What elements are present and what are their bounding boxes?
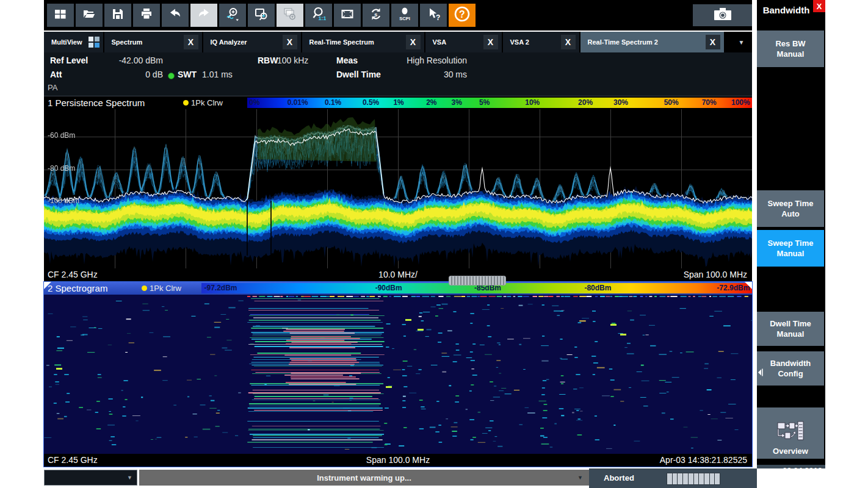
svg-text:?: ?	[436, 13, 440, 21]
softkey-bandwidth-config[interactable]: Bandwidth Config	[757, 351, 824, 386]
status-message-bar[interactable]: Instrument warming up... ▼	[139, 470, 589, 486]
help-button[interactable]: ?	[449, 4, 476, 27]
tab-real-time-spectrum-2[interactable]: Real-Time Spectrum 2 X	[580, 32, 724, 52]
tab-close-icon[interactable]: X	[184, 35, 198, 49]
spectrogram-canvas[interactable]	[44, 295, 752, 454]
scale-tick: 3%	[452, 98, 462, 107]
display-frame-button[interactable]	[334, 4, 361, 27]
timestamp-readout: Apr-03 14:38:21.82525	[660, 455, 747, 465]
softkey-close-button[interactable]: X	[813, 0, 825, 12]
windows-start-button[interactable]	[47, 4, 74, 27]
chevron-down-icon: ▼	[577, 475, 583, 481]
scale-tick: -97.2dBm	[204, 284, 237, 292]
pa-indicator: PA	[48, 83, 57, 92]
zoom-area-button[interactable]	[248, 4, 275, 27]
measurement-status-area: Aborted	[589, 468, 757, 488]
zoom-trace-icon	[225, 7, 240, 24]
center-frequency-readout: CF 2.45 GHz	[48, 455, 98, 465]
softkey-sweep-time-manual[interactable]: Sweep Time Manual	[757, 230, 824, 267]
y-axis-label: -60 dBm	[48, 131, 75, 140]
tab-vsa-2[interactable]: VSA 2 X	[503, 32, 579, 52]
tab-close-icon[interactable]: X	[483, 35, 498, 49]
dwell-time-value[interactable]: 30 ms	[349, 70, 467, 79]
tab-label: Spectrum	[112, 38, 143, 46]
screenshot-button[interactable]	[693, 4, 752, 26]
scpi-icon: SCPI	[397, 6, 413, 24]
persistence-color-scale: 0% 0.01% 0.1% 0.5% 1% 2% 3% 5% 10% 20% 3…	[247, 98, 752, 108]
tab-close-icon[interactable]: X	[706, 35, 720, 49]
status-bar: ▼ Instrument warming up... ▼ Aborted	[0, 468, 868, 488]
window-splitter-handle[interactable]	[449, 276, 506, 285]
undo-button[interactable]	[162, 4, 189, 27]
trace-label[interactable]: 1Pk Clrw	[150, 284, 181, 293]
tab-label: IQ Analyzer	[211, 38, 247, 46]
scale-tick: 70%	[702, 98, 717, 107]
scale-tick: 2%	[426, 98, 436, 107]
redo-button[interactable]	[190, 4, 217, 27]
zoom-1-1-button[interactable]: 1:1	[305, 4, 332, 27]
softkey-res-bw-manual[interactable]: Res BW Manual	[757, 30, 824, 67]
tab-label: MultiView	[51, 38, 82, 46]
context-help-button[interactable]: ?	[420, 4, 447, 27]
continuous-sweep-button[interactable]: s	[363, 4, 389, 27]
window2-footer: CF 2.45 GHz Span 100.0 MHz Apr-03 14:38:…	[44, 454, 752, 467]
trace-label[interactable]: 1Pk Clrw	[191, 98, 223, 107]
continuous-sweep-icon: s	[369, 7, 383, 24]
tab-iq-analyzer[interactable]: IQ Analyzer X	[203, 32, 301, 52]
zoom-area-icon	[254, 7, 269, 24]
save-button[interactable]	[104, 4, 131, 27]
tab-vsa[interactable]: VSA X	[425, 32, 502, 52]
zoom-trace-button[interactable]	[219, 4, 246, 27]
tab-label: Real-Time Spectrum	[309, 38, 374, 46]
sweep-status-led	[168, 73, 175, 79]
spectrogram-plot-area[interactable]	[44, 295, 752, 454]
scale-tick: 1%	[393, 98, 403, 107]
channel-tabbar: MultiView Spectrum X IQ Analyzer X Real-…	[44, 32, 752, 52]
tab-spectrum[interactable]: Spectrum X	[104, 32, 202, 52]
ref-level-label: Ref Level	[50, 56, 88, 65]
redo-arrow-icon	[197, 7, 211, 24]
status-dropdown[interactable]: ▼	[44, 470, 137, 486]
window1-titlebar[interactable]: 1 Persistence Spectrum 1Pk Clrw 0% 0.01%…	[44, 96, 752, 109]
scale-tick: 50%	[664, 98, 679, 107]
softkey-dwell-time-manual[interactable]: Dwell Time Manual	[757, 312, 824, 346]
scale-tick: 20%	[578, 98, 593, 107]
chevron-down-icon: ▼	[127, 475, 132, 481]
window1-footer: CF 2.45 GHz 10.0 MHz/ Span 100.0 MHz	[44, 268, 752, 281]
meas-value[interactable]: High Resolution	[349, 56, 467, 65]
scale-tick: 10%	[525, 98, 540, 107]
trace-color-dot	[183, 100, 189, 106]
tab-real-time-spectrum[interactable]: Real-Time Spectrum X	[302, 32, 424, 52]
channel-settings-bar[interactable]: Ref Level -42.00 dBm RBW 100 kHz Meas Hi…	[44, 52, 752, 96]
toolbar: 1:1 s SCPI ? ?	[44, 0, 752, 30]
spectrogram-window[interactable]: 2 Spectrogram 1Pk Clrw -97.2dBm -90dBm -…	[44, 282, 752, 467]
open-file-button[interactable]	[76, 4, 103, 27]
progress-bar	[667, 473, 720, 485]
softkey-sweep-time-auto[interactable]: Sweep Time Auto	[757, 190, 824, 227]
center-frequency-readout: CF 2.45 GHz	[48, 270, 98, 279]
chevron-down-icon: ▼	[739, 39, 745, 46]
tab-close-icon[interactable]: X	[283, 35, 297, 49]
tab-close-icon[interactable]: X	[561, 35, 576, 49]
tab-overflow-button[interactable]: ▼	[731, 32, 752, 52]
window2-titlebar[interactable]: 2 Spectrogram 1Pk Clrw -97.2dBm -90dBm -…	[44, 282, 752, 295]
att-value[interactable]: 0 dB	[84, 70, 163, 79]
scale-tick: 100%	[731, 98, 750, 107]
scpi-recorder-button[interactable]: SCPI	[391, 4, 418, 27]
tab-close-icon[interactable]: X	[406, 35, 421, 49]
per-division-readout: 10.0 MHz/	[378, 270, 418, 279]
svg-text:?: ?	[459, 9, 465, 20]
printer-icon	[139, 7, 154, 24]
persistence-spectrum-window[interactable]: 1 Persistence Spectrum 1Pk Clrw 0% 0.01%…	[44, 96, 752, 281]
tab-multiview[interactable]: MultiView	[44, 32, 103, 52]
rbw-value[interactable]: 100 kHz	[277, 56, 308, 65]
softkey-overview[interactable]: Overview	[757, 407, 824, 459]
overview-flowchart-icon	[776, 410, 805, 445]
persistence-canvas[interactable]	[44, 109, 752, 268]
multi-window-zoom-button[interactable]	[277, 4, 303, 27]
ref-level-value[interactable]: -42.00 dBm	[84, 56, 163, 65]
scale-tick: 0.01%	[288, 98, 308, 107]
swt-value[interactable]: 1.01 ms	[202, 70, 233, 79]
print-button[interactable]	[133, 4, 160, 27]
persistence-plot-area[interactable]: -60 dBm -80 dBm -100 dBm	[44, 109, 752, 268]
